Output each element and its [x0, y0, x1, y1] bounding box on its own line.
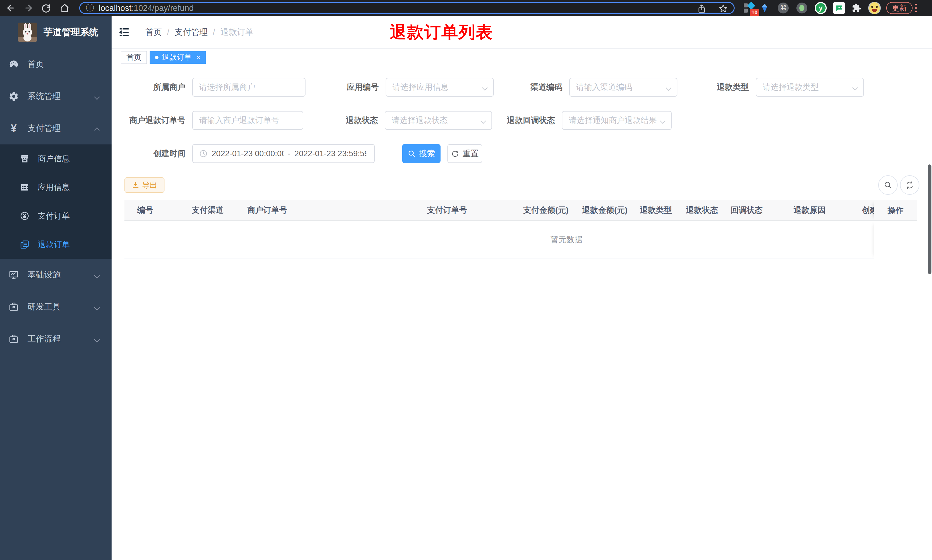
sidebar-item-pay-order[interactable]: 支付订单	[0, 202, 112, 230]
date-separator: -	[288, 149, 291, 158]
chevron-down-icon	[853, 86, 858, 91]
filter-label: 渠道编码	[494, 82, 569, 93]
extension-gem-icon[interactable]	[760, 3, 770, 13]
table-search-icon[interactable]	[878, 175, 898, 195]
sidebar-item-label: 研发工具	[28, 301, 61, 312]
callback-status-input[interactable]	[569, 116, 665, 125]
date-end[interactable]: 2022-01-23 23:59:59	[294, 149, 366, 158]
sidebar-item-app-info[interactable]: 应用信息	[0, 173, 112, 202]
copy-icon	[20, 239, 30, 250]
sidebar-item-home[interactable]: 首页	[0, 48, 112, 80]
merchant-select[interactable]	[192, 78, 306, 97]
date-start[interactable]: 2022-01-23 00:00:00	[212, 149, 284, 158]
sidebar-item-merchant-info[interactable]: 商户信息	[0, 145, 112, 173]
table-refresh-icon[interactable]	[900, 175, 920, 195]
refund-status-input[interactable]	[392, 116, 485, 125]
dashboard-icon	[9, 59, 19, 69]
home-icon[interactable]	[60, 3, 69, 13]
gear-icon	[9, 91, 19, 102]
refund-type-select[interactable]	[756, 78, 864, 97]
extensions-puzzle-icon[interactable]	[851, 3, 861, 13]
col-header: 退款金额(元)	[582, 205, 627, 215]
sidebar-collapse-icon[interactable]	[118, 26, 131, 38]
filter-label: 应用编号	[306, 82, 386, 93]
refund-type-input[interactable]	[763, 83, 857, 92]
merchant-refund-no-field[interactable]	[192, 111, 303, 130]
sidebar-item-label: 首页	[28, 58, 44, 70]
chevron-down-icon	[95, 336, 100, 342]
yen-circle-icon	[20, 211, 30, 221]
breadcrumb-separator: /	[167, 28, 169, 37]
filter-label: 商户退款订单号	[112, 115, 192, 126]
callback-status-select[interactable]	[562, 111, 672, 130]
search-button[interactable]: 搜索	[402, 144, 441, 163]
extension-green-dot-icon[interactable]	[797, 3, 807, 14]
bookmark-star-icon[interactable]	[718, 4, 728, 14]
col-header: 退款类型	[640, 205, 672, 215]
col-header: 编号	[137, 205, 153, 215]
screen: ⓘ localhost:1024/pay/refund 10 ⌘	[0, 0, 932, 560]
extension-y-icon[interactable]: y	[815, 2, 827, 14]
col-header: 操作	[887, 205, 904, 216]
browser-menu-icon[interactable]	[915, 4, 917, 12]
sidebar-item-refund-order[interactable]: 退款订单	[0, 230, 112, 259]
url-text: localhost:1024/pay/refund	[99, 3, 194, 13]
filter-label: 退款类型	[677, 82, 756, 93]
reload-icon[interactable]	[41, 3, 51, 13]
sidebar-item-dev-tools[interactable]: 研发工具	[0, 291, 112, 323]
main-area: 首页 / 支付管理 / 退款订单 退款订单列表	[112, 16, 932, 560]
sidebar-item-label: 基础设施	[28, 269, 61, 281]
extension-command-icon[interactable]: ⌘	[778, 3, 789, 14]
monitor-icon	[9, 270, 19, 280]
col-header: 创建时间	[862, 205, 875, 215]
site-info-icon[interactable]: ⓘ	[86, 2, 94, 14]
app-header: 首页 / 支付管理 / 退款订单 退款订单列表	[112, 16, 932, 49]
reset-button[interactable]: 重置	[448, 144, 482, 163]
breadcrumb-current: 退款订单	[220, 26, 254, 38]
app-input[interactable]	[392, 83, 487, 92]
app-logo-row[interactable]: 芋道管理系统	[0, 16, 112, 48]
tag-close-icon[interactable]: ×	[196, 54, 200, 62]
sidebar-item-label: 支付订单	[38, 211, 70, 222]
breadcrumb-home[interactable]: 首页	[145, 26, 162, 38]
filter-label: 所属商户	[112, 82, 192, 93]
channel-input[interactable]	[576, 83, 671, 92]
chevron-down-icon	[666, 86, 671, 91]
sidebar-item-label: 工作流程	[28, 333, 61, 345]
url-bar[interactable]: ⓘ localhost:1024/pay/refund	[79, 2, 735, 14]
content: 所属商户 应用编号 渠道编码 退款类型	[112, 66, 932, 560]
filter-row-1: 所属商户 应用编号 渠道编码 退款类型	[112, 78, 864, 97]
sidebar-item-workflow[interactable]: 工作流程	[0, 323, 112, 355]
tag-home[interactable]: 首页	[121, 51, 147, 64]
back-icon[interactable]	[6, 3, 15, 13]
vertical-scrollbar[interactable]	[928, 165, 931, 274]
app-logo	[18, 23, 37, 42]
chevron-down-icon	[483, 86, 488, 91]
breadcrumb-separator: /	[213, 28, 215, 37]
merchant-refund-no-input[interactable]	[199, 116, 296, 125]
extension-tabs-icon[interactable]: 10	[743, 2, 756, 14]
export-button[interactable]: 导出	[125, 177, 165, 193]
app-select[interactable]	[386, 78, 494, 97]
date-range-picker[interactable]: 2022-01-23 00:00:00 - 2022-01-23 23:59:5…	[192, 144, 375, 163]
channel-select[interactable]	[569, 78, 677, 97]
merchant-input[interactable]	[199, 83, 298, 92]
breadcrumb-pay[interactable]: 支付管理	[174, 26, 208, 38]
share-icon[interactable]	[697, 4, 707, 14]
sidebar-item-infra[interactable]: 基础设施	[0, 259, 112, 291]
refund-table: 编号 支付渠道 商户订单号 支付订单号 支付金额(元) 退款金额(元) 退款类型…	[125, 200, 917, 259]
sidebar-item-system[interactable]: 系统管理	[0, 80, 112, 112]
sidebar-item-pay[interactable]: ¥ 支付管理	[0, 112, 112, 145]
forward-icon[interactable]	[24, 3, 34, 13]
fixed-col-header: 操作	[874, 200, 917, 221]
profile-avatar-icon[interactable]	[868, 2, 881, 14]
col-header: 支付金额(元)	[523, 205, 569, 215]
briefcase-icon	[9, 334, 19, 344]
chevron-down-icon	[95, 304, 100, 309]
tag-refund-order[interactable]: 退款订单 ×	[150, 51, 206, 64]
storefront-icon	[20, 154, 30, 164]
browser-update-button[interactable]: 更新	[886, 2, 912, 14]
refund-status-select[interactable]	[385, 111, 492, 130]
extension-chat-icon[interactable]	[833, 2, 845, 14]
pay-submenu: 商户信息 应用信息 支付订单 退款订单	[0, 145, 112, 259]
